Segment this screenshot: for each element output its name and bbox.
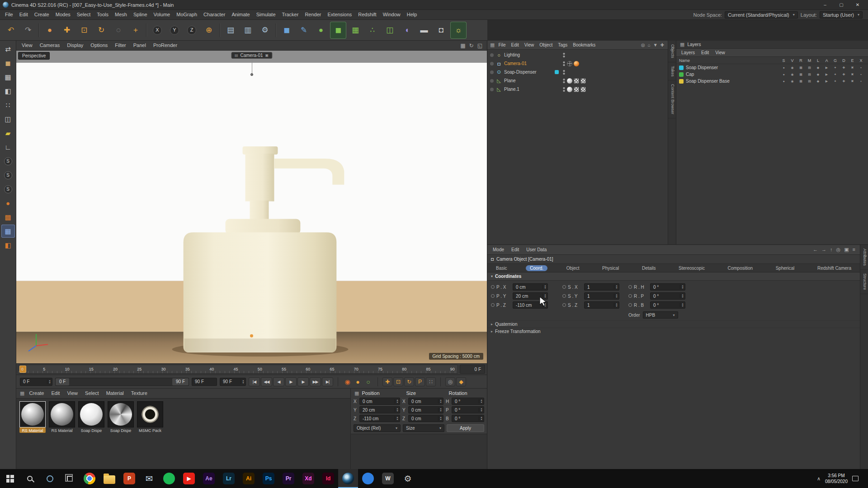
object-type-icon[interactable]: ○ [495, 52, 502, 58]
attribute-tab[interactable]: Object [562, 265, 584, 271]
cortana-button[interactable] [40, 469, 60, 488]
attribute-header-icon[interactable]: ← [813, 247, 818, 253]
attribute-header-icon[interactable]: ▣ [844, 247, 849, 253]
keyframe-dot-icon[interactable] [491, 303, 495, 307]
object-manager-menu-item[interactable]: View [522, 40, 537, 50]
menu-item[interactable]: Simulate [253, 10, 279, 19]
layer-name[interactable]: Cap [686, 72, 779, 77]
palette-button[interactable]: ▦ [1, 225, 15, 238]
object-row[interactable]: ⊙ Soap-Dispenser [487, 68, 668, 76]
layer-flag-icon[interactable]: ◆ [814, 80, 822, 83]
taskbar-app[interactable]: ▶ [179, 469, 199, 488]
layer-flag-icon[interactable]: ✖ [848, 80, 857, 83]
toolbar-button[interactable]: ✎ [296, 22, 312, 39]
layer-flag-icon[interactable]: ▶ [822, 73, 831, 76]
layer-flag-icon[interactable]: ▪ [857, 73, 865, 76]
layer-flag-icon[interactable]: ▤ [805, 80, 814, 83]
toolbar-button[interactable]: ▬ [416, 22, 432, 39]
object-tag-icon[interactable] [567, 78, 572, 84]
viewport-menu-item[interactable]: Display [63, 41, 87, 50]
object-tag-icon[interactable] [562, 87, 566, 92]
spinner[interactable]: ▴▾ [680, 285, 685, 289]
toolbar-button[interactable]: ▤ [222, 22, 239, 39]
layer-flag-icon[interactable]: ▶ [822, 80, 831, 83]
spinner[interactable]: ▴▾ [395, 416, 400, 421]
view-label[interactable]: Perspective [18, 52, 50, 60]
attribute-input[interactable]: 1 ▴▾ [584, 301, 619, 309]
panel-grid-icon[interactable]: ▦ [19, 390, 25, 396]
object-tag-icon[interactable] [580, 78, 586, 84]
palette-button[interactable]: ⇄ [1, 42, 15, 56]
attribute-input[interactable]: 1 ▴▾ [584, 283, 619, 291]
material-menu-item[interactable]: View [63, 389, 81, 398]
range-end-handle[interactable]: 90 F [172, 378, 189, 385]
layer-row[interactable]: Soap Dispenser ●◉▦▤◆▶✦✚✖▪ [676, 64, 868, 71]
position-input[interactable]: 0 cm ▴▾ [359, 398, 400, 405]
layer-flag-icon[interactable]: ✦ [831, 73, 840, 76]
transport-button[interactable]: ▶| [322, 377, 333, 386]
spinner[interactable]: ▴▾ [395, 399, 400, 404]
attribute-side-tab[interactable]: Structure [860, 270, 868, 294]
material-menu-item[interactable]: Select [81, 389, 103, 398]
toolbar-button[interactable] [146, 23, 147, 37]
palette-button[interactable]: ∟ [1, 141, 15, 154]
menu-item[interactable]: Tools [94, 10, 112, 19]
record-button[interactable]: ● [353, 377, 363, 386]
taskbar-app[interactable]: P [119, 469, 139, 488]
range-start-handle[interactable]: 0 F [56, 378, 69, 385]
object-manager-menu-item[interactable]: Tags [555, 40, 570, 50]
keyframe-dot-icon[interactable] [628, 285, 632, 289]
end-frame-field[interactable]: 90 F [192, 378, 217, 386]
timeline-ruler[interactable]: 051015202530354045505560657075808590 [18, 365, 458, 374]
position-input[interactable]: 20 cm ▴▾ [359, 406, 400, 413]
layer-name[interactable]: Soap Dispenser Base [686, 79, 779, 84]
palette-button[interactable]: S [1, 169, 15, 182]
palette-button[interactable]: ▰ [1, 127, 15, 140]
keyframe-toggle[interactable]: P [415, 377, 425, 386]
material-item[interactable]: RS Material [19, 401, 46, 433]
playback-extra-button[interactable]: ◆ [456, 377, 466, 386]
search-button[interactable] [20, 469, 40, 488]
toolbar-button[interactable]: ∴ [364, 22, 381, 39]
keyframe-dot-icon[interactable] [628, 294, 632, 298]
taskbar-app[interactable]: Xd [298, 469, 318, 488]
record-button[interactable]: ◉ [343, 377, 352, 386]
spinner[interactable]: ▴▾ [438, 408, 443, 412]
taskbar-app[interactable] [99, 469, 119, 488]
layer-flag-icon[interactable]: ▦ [797, 80, 805, 83]
toolbar-button[interactable]: ▥ [240, 22, 256, 39]
size-input[interactable]: 0 cm ▴▾ [408, 398, 443, 405]
frame-range-slider[interactable]: 0 F 90 F [55, 378, 189, 386]
attribute-input[interactable]: -110 cm ▴▾ [513, 301, 548, 309]
object-tag-icon[interactable] [567, 87, 572, 92]
keyframe-toggle[interactable]: ∷ [426, 377, 436, 386]
object-manager-icon[interactable]: ✚ [660, 42, 664, 47]
spinner[interactable]: ▴▾ [614, 294, 619, 298]
start-button[interactable] [0, 469, 20, 488]
spinner[interactable]: ▴▾ [479, 399, 484, 404]
attribute-tab[interactable]: Basic [492, 265, 511, 271]
layer-name[interactable]: Soap Dispenser [686, 65, 779, 70]
menu-item[interactable]: Create [31, 10, 52, 19]
menu-item[interactable]: Mesh [112, 10, 130, 19]
attribute-tab[interactable]: Coord. [526, 265, 547, 271]
attribute-header-icon[interactable]: ◎ [836, 247, 841, 253]
expand-dot-icon[interactable] [490, 53, 494, 57]
order-dropdown[interactable]: HPB ▾ [643, 311, 678, 319]
menu-item[interactable]: Edit [16, 10, 31, 19]
layer-color-chip[interactable] [679, 66, 684, 70]
attribute-header-icon[interactable]: ≡ [853, 247, 855, 253]
toolbar-button[interactable]: ✚ [59, 22, 75, 39]
menu-item[interactable]: Extensions [324, 10, 355, 19]
transport-button[interactable]: ▶ [285, 377, 297, 386]
spinner[interactable]: ▴▾ [438, 416, 443, 421]
object-manager-menu-item[interactable]: Bookmarks [570, 40, 598, 50]
end-frame-spinner-field[interactable]: 90 F ▴▾ [220, 378, 246, 386]
object-manager-icon[interactable]: ▼ [653, 42, 658, 47]
keyframe-toggle[interactable]: ↻ [404, 377, 414, 386]
current-frame-field[interactable]: 0 F ▴▾ [20, 378, 52, 386]
viewport-menu-item[interactable]: Filter [111, 41, 129, 50]
clock[interactable]: 3:56 PM 08/05/2020 [825, 473, 848, 484]
palette-button[interactable]: ▦ [1, 70, 15, 84]
object-name[interactable]: Soap-Dispenser [504, 70, 553, 75]
